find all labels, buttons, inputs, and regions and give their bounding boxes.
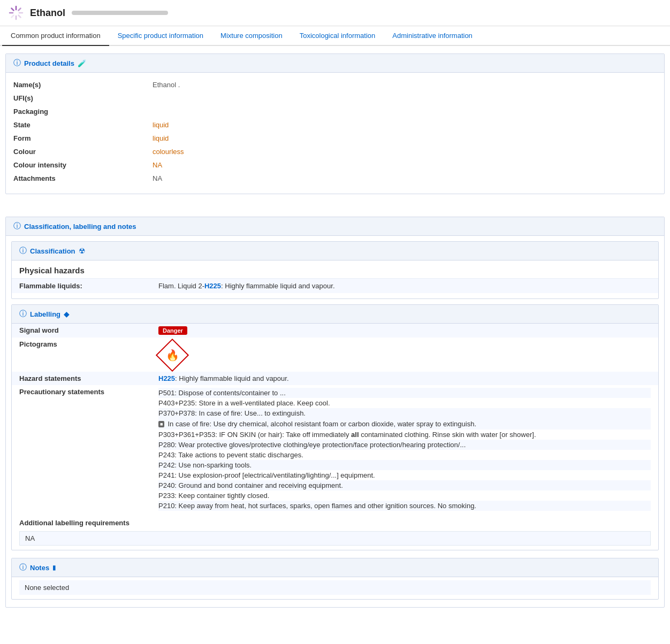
prec-p243: P243: Take actions to pevent static disc… — [158, 450, 651, 460]
field-label-colour: Colour — [13, 148, 153, 156]
prec-p370: P370+P378: In case of fire: Use... to ex… — [158, 408, 651, 418]
hazard-value-flammable: Flam. Liquid 2-H225: Highly flammable li… — [158, 282, 335, 290]
prec-note-text: In case of fire: Use dry chemical, alcoh… — [168, 420, 476, 428]
precautionary-statements-list: P501: Dispose of contents/container to .… — [158, 388, 651, 511]
prec-p241: P241: Use explosion-proof [electrical/ve… — [158, 470, 651, 480]
note-icon-square: ▮ — [52, 564, 56, 571]
app-logo — [9, 5, 24, 20]
hazard-statements-value: H225: Highly flammable liquid and vapour… — [158, 374, 651, 382]
page-title: Ethanol — [30, 7, 65, 19]
signal-word-value: Danger — [158, 326, 651, 335]
svg-line-4 — [12, 9, 14, 11]
tab-bar: Common product information Specific prod… — [0, 26, 670, 46]
field-label-attachments: Attachments — [13, 174, 153, 182]
cls-labelling-title: Classification, labelling and notes — [24, 223, 136, 231]
flame-diamond: 🔥 — [156, 339, 189, 372]
tab-mixture-composition[interactable]: Mixture composition — [212, 26, 291, 46]
header-bar-decoration — [72, 11, 168, 15]
flask-icon: 🧪 — [78, 59, 86, 67]
notes-header: ⓘ Notes ▮ — [12, 558, 658, 577]
labelling-title: Labelling — [30, 310, 60, 318]
classification-labelling-section: ⓘ Classification, labelling and notes ⓘ … — [5, 217, 665, 608]
info-circle-icon-4: ⓘ — [19, 309, 27, 319]
pictograms-row: Pictograms 🔥 — [12, 338, 658, 372]
field-ufi: UFI(s) — [13, 91, 657, 105]
field-label-colour-intensity: Colour intensity — [13, 161, 153, 169]
physical-hazards-title: Physical hazards — [12, 260, 658, 278]
field-value-names: Ethanol . — [153, 81, 180, 89]
labelling-inner: ⓘ Labelling ◆ Signal word Danger Pictogr… — [11, 304, 659, 550]
field-label-packaging: Packaging — [13, 108, 153, 116]
pictogram-list: 🔥 — [158, 341, 651, 369]
svg-line-5 — [19, 16, 21, 18]
notes-body: None selected — [12, 577, 658, 599]
prec-p403: P403+P235: Store in a well-ventilated pl… — [158, 398, 651, 408]
hazard-statements-label: Hazard statements — [19, 374, 158, 382]
prec-p240: P240: Ground and bond container and rece… — [158, 480, 651, 490]
signal-word-row: Signal word Danger — [12, 324, 658, 338]
field-state: State liquid — [13, 118, 657, 132]
cls-labelling-header: ⓘ Classification, labelling and notes — [6, 217, 664, 236]
svg-line-6 — [19, 9, 21, 11]
flame-pictogram: 🔥 — [158, 341, 186, 369]
notes-inner: ⓘ Notes ▮ None selected — [11, 558, 659, 600]
hazard-label-flammable: Flammable liquids: — [19, 282, 158, 290]
page-header: Ethanol — [0, 0, 670, 26]
field-label-state: State — [13, 121, 153, 129]
field-value-attachments: NA — [153, 174, 162, 182]
svg-line-7 — [12, 16, 14, 18]
product-details-section: ⓘ Product details 🧪 Name(s) Ethanol . UF… — [5, 53, 665, 194]
field-label-names: Name(s) — [13, 81, 153, 89]
pictograms-value: 🔥 — [158, 340, 651, 369]
prec-note-fire: ■ In case of fire: Use dry chemical, alc… — [158, 418, 651, 430]
tab-common-product[interactable]: Common product information — [2, 26, 109, 46]
field-label-form: Form — [13, 134, 153, 142]
additional-labelling-label: Additional labelling requirements — [19, 516, 651, 529]
danger-badge: Danger — [158, 326, 187, 335]
prec-p242: P242: Use non-sparking tools. — [158, 460, 651, 470]
field-value-colour: colourless — [153, 148, 184, 156]
field-value-form: liquid — [153, 134, 169, 142]
prec-p501: P501: Dispose of contents/container to .… — [158, 388, 651, 398]
field-attachments: Attachments NA — [13, 172, 657, 185]
info-circle-icon: ⓘ — [13, 58, 21, 68]
signal-word-label: Signal word — [19, 326, 158, 334]
tab-toxicological[interactable]: Toxicological information — [291, 26, 384, 46]
hazard-statements-row: Hazard statements H225: Highly flammable… — [12, 372, 658, 385]
tab-specific-product[interactable]: Specific product information — [109, 26, 212, 46]
note-icon: ■ — [158, 421, 164, 427]
product-details-fields: Name(s) Ethanol . UFI(s) Packaging State… — [6, 73, 664, 194]
precautionary-label: Precautionary statements — [19, 388, 158, 396]
precautionary-row: Precautionary statements P501: Dispose o… — [12, 385, 658, 513]
additional-labelling-section: Additional labelling requirements NA — [12, 513, 658, 546]
field-names: Name(s) Ethanol . — [13, 78, 657, 91]
prec-p210: P210: Keep away from heat, hot surfaces,… — [158, 501, 651, 511]
field-value-colour-intensity: NA — [153, 161, 162, 169]
info-circle-icon-5: ⓘ — [19, 563, 27, 572]
notes-value: None selected — [19, 580, 651, 595]
notes-title: Notes — [30, 564, 49, 572]
prec-p303: P303+P361+P353: IF ON SKIN (or hair): Ta… — [158, 430, 651, 440]
prec-p280: P280: Wear protective gloves/protective … — [158, 440, 651, 450]
field-label-ufi: UFI(s) — [13, 94, 153, 102]
classification-title: Classification — [30, 247, 75, 255]
product-details-header: ⓘ Product details 🧪 — [6, 54, 664, 73]
field-colour-intensity: Colour intensity NA — [13, 158, 657, 172]
product-details-title: Product details — [24, 59, 74, 67]
additional-labelling-value: NA — [19, 531, 651, 546]
tab-administrative[interactable]: Administrative information — [384, 26, 481, 46]
hazard-row-flammable: Flammable liquids: Flam. Liquid 2-H225: … — [12, 278, 658, 293]
flame-icon: 🔥 — [166, 349, 179, 362]
diamond-icon: ◆ — [64, 310, 70, 318]
field-value-state: liquid — [153, 121, 169, 129]
labelling-header: ⓘ Labelling ◆ — [12, 305, 658, 324]
prec-p233: P233: Keep container tightly closed. — [158, 490, 651, 501]
info-circle-icon-2: ⓘ — [13, 221, 21, 231]
field-packaging: Packaging — [13, 105, 657, 118]
info-circle-icon-3: ⓘ — [19, 246, 27, 256]
field-colour: Colour colourless — [13, 145, 657, 158]
biohazard-icon: ☢ — [79, 247, 86, 255]
classification-header: ⓘ Classification ☢ — [12, 242, 658, 260]
field-form: Form liquid — [13, 132, 657, 145]
pictograms-label: Pictograms — [19, 340, 158, 348]
